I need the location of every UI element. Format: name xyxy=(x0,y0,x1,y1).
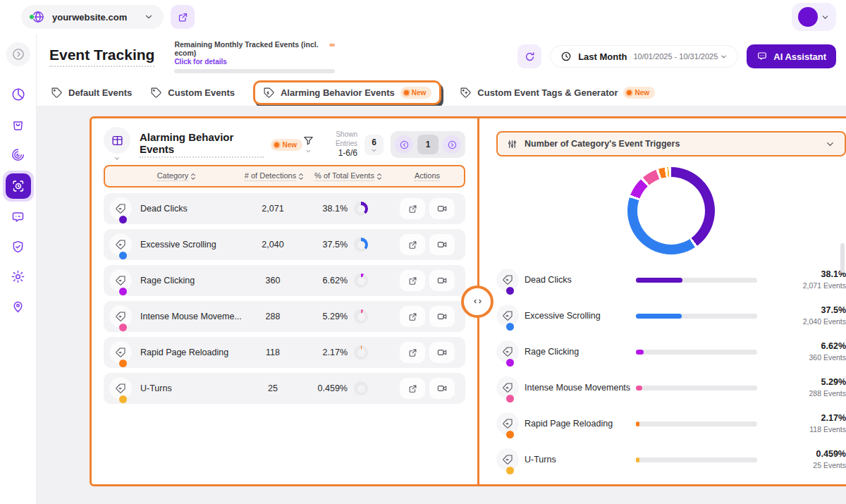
percent-bar xyxy=(636,278,757,283)
table-view-button[interactable] xyxy=(104,127,130,162)
panel-resize-button[interactable] xyxy=(461,285,494,318)
category-name: U-Turns xyxy=(525,455,636,465)
sidebar-item-location[interactable] xyxy=(6,293,31,319)
arrow-left-icon xyxy=(399,140,410,150)
mini-donut xyxy=(354,309,368,324)
sidebar-collapse-button[interactable] xyxy=(6,42,30,66)
sidebar-item-settings[interactable] xyxy=(6,264,31,289)
mini-donut xyxy=(354,238,368,252)
tab-alarming-behavior-events[interactable]: Alarming Behavior Events New xyxy=(263,87,431,99)
period-range: 10/01/2025 - 10/31/2025 xyxy=(633,52,728,61)
sidebar-item-dashboard[interactable] xyxy=(6,82,31,107)
category-name: Rapid Page Reloading xyxy=(525,419,636,429)
view-recordings-button[interactable] xyxy=(429,306,455,327)
events-table-panel: Alarming Behavior Events New Shown Entri… xyxy=(92,118,477,484)
alarming-events-workspace: Alarming Behavior Events New Shown Entri… xyxy=(90,116,846,486)
chevron-down-icon xyxy=(144,12,154,22)
active-tab-highlight: Alarming Behavior Events New xyxy=(253,80,441,105)
detections-count: 2,071 xyxy=(262,204,283,214)
sidebar xyxy=(0,34,37,504)
tag-icon xyxy=(109,305,132,328)
donut-chart xyxy=(627,167,715,254)
date-range-selector[interactable]: Last Month 10/01/2025 - 10/31/2025 xyxy=(550,45,738,68)
sidebar-item-feedback[interactable] xyxy=(6,204,31,230)
open-event-button[interactable] xyxy=(400,342,425,363)
table-row[interactable]: Dead Clicks 2,071 38.1% xyxy=(104,193,465,224)
open-event-button[interactable] xyxy=(400,198,425,219)
tag-icon xyxy=(109,197,132,220)
legend-item[interactable]: Rapid Page Reloading 2.17% 118 Events xyxy=(496,408,846,439)
ai-assistant-button[interactable]: AI Assistant xyxy=(747,44,836,68)
badge-dot-icon xyxy=(627,90,632,95)
legend-item[interactable]: Intense Mouse Movements 5.29% 288 Events xyxy=(496,372,846,403)
sidebar-item-privacy[interactable] xyxy=(6,234,31,259)
category-color-dot xyxy=(119,395,127,403)
prev-page-button[interactable] xyxy=(395,135,413,154)
column-detections[interactable]: # of Detections xyxy=(245,171,304,181)
view-recordings-button[interactable] xyxy=(429,378,455,399)
table-row[interactable]: Rage Clicking 360 6.62% xyxy=(104,265,465,296)
event-tabs: Default Events Custom Events Alarming Be… xyxy=(37,79,846,106)
open-event-button[interactable] xyxy=(400,234,425,255)
detections-count: 288 xyxy=(266,312,281,321)
account-menu[interactable] xyxy=(792,3,836,31)
sliders-icon xyxy=(507,139,517,149)
page-header: Event Tracking Remaining Monthly Tracked… xyxy=(37,34,846,79)
percent-value: 0.459% xyxy=(318,383,348,393)
legend-item[interactable]: Excessive Scrolling 37.5% 2,040 Events xyxy=(496,300,846,331)
chevron-down-icon xyxy=(371,147,377,154)
category-color-dot xyxy=(119,216,127,223)
view-recordings-button[interactable] xyxy=(429,198,455,219)
table-row[interactable]: Excessive Scrolling 2,040 37.5% xyxy=(104,229,465,260)
tab-custom-events[interactable]: Custom Events xyxy=(150,87,235,99)
tab-default-events[interactable]: Default Events xyxy=(51,87,132,99)
video-icon xyxy=(436,311,448,322)
tag-icon xyxy=(496,448,519,471)
view-recordings-button[interactable] xyxy=(429,234,455,255)
table-row[interactable]: Rapid Page Reloading 118 2.17% xyxy=(104,337,465,368)
column-pct[interactable]: % of Total Events xyxy=(314,171,382,181)
legend-item[interactable]: Dead Clicks 38.1% 2,071 Events xyxy=(496,264,846,295)
category-name: Dead Clicks xyxy=(140,204,241,214)
tag-icon xyxy=(460,87,472,99)
detections-count: 25 xyxy=(268,383,278,393)
sidebar-item-ecommerce[interactable] xyxy=(6,111,31,137)
next-page-button[interactable] xyxy=(443,135,461,154)
percent-value: 38.1% xyxy=(757,269,846,281)
sidebar-item-event-tracking-active[interactable] xyxy=(3,171,34,202)
legend-item[interactable]: U-Turns 0.459% 25 Events xyxy=(496,444,846,475)
open-site-button[interactable] xyxy=(171,5,195,29)
filter-button[interactable] xyxy=(302,135,314,154)
open-event-button[interactable] xyxy=(400,378,425,399)
refresh-button[interactable] xyxy=(517,44,541,68)
column-category[interactable]: Category xyxy=(157,171,197,181)
chevron-down-icon xyxy=(114,155,121,162)
current-page[interactable]: 1 xyxy=(417,135,439,154)
category-name: Rage Clicking xyxy=(140,276,241,285)
sidebar-item-heatmaps[interactable] xyxy=(6,141,31,166)
page-size-select[interactable]: 6 xyxy=(364,135,384,155)
panel-title: Alarming Behavior Events xyxy=(140,131,264,158)
online-status-dot xyxy=(29,14,35,20)
shown-entries: Shown Entries 1-6/6 xyxy=(321,130,357,159)
view-recordings-button[interactable] xyxy=(429,270,455,291)
avatar xyxy=(798,7,818,27)
view-recordings-button[interactable] xyxy=(429,342,455,363)
events-count: 25 Events xyxy=(757,460,846,470)
table-row[interactable]: U-Turns 25 0.459% xyxy=(104,373,465,404)
open-event-button[interactable] xyxy=(400,270,425,291)
external-link-icon xyxy=(407,312,418,322)
open-event-button[interactable] xyxy=(400,306,425,327)
site-selector[interactable]: yourwebsite.com xyxy=(21,5,164,29)
category-name: Rage Clicking xyxy=(525,347,636,357)
quota-details-link[interactable]: Click for details xyxy=(174,58,335,66)
table-row[interactable]: Intense Mouse Moveme... 288 5.29% xyxy=(104,301,465,332)
tab-custom-event-tags-generator[interactable]: Custom Event Tags & Generator New xyxy=(460,87,655,99)
content-area: Alarming Behavior Events New Shown Entri… xyxy=(37,106,846,504)
chart-metric-dropdown[interactable]: Number of Category's Event Triggers xyxy=(496,131,846,156)
tag-icon xyxy=(109,233,132,256)
category-name: Excessive Scrolling xyxy=(525,311,636,321)
video-icon xyxy=(436,203,448,214)
scrollbar-thumb[interactable] xyxy=(840,243,845,273)
legend-item[interactable]: Rage Clicking 6.62% 360 Events xyxy=(496,336,846,367)
